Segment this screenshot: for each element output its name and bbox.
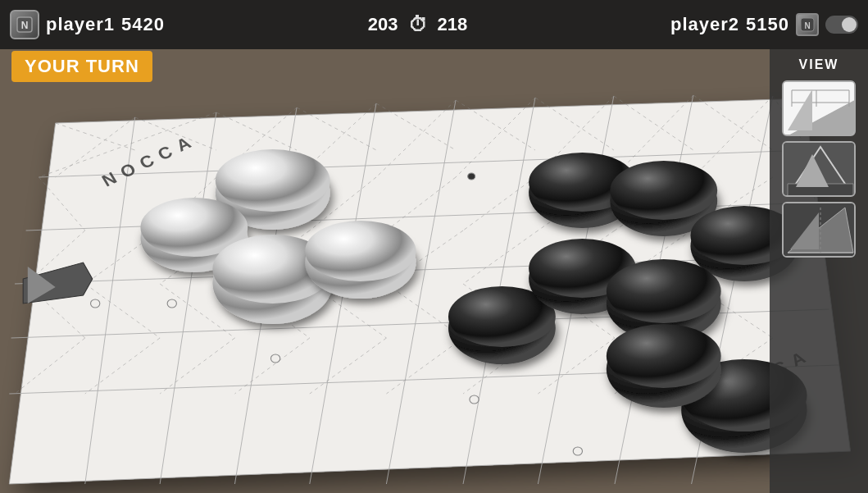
- your-turn-badge: YOUR TURN: [11, 51, 152, 82]
- svg-line-51: [692, 177, 773, 231]
- svg-point-89: [692, 202, 699, 208]
- svg-line-52: [26, 231, 85, 284]
- svg-line-57: [386, 231, 463, 284]
- svg-point-99: [607, 259, 721, 323]
- svg-point-88: [468, 173, 475, 180]
- move-count: 203: [368, 14, 398, 35]
- view-button-3[interactable]: [782, 202, 856, 258]
- svg-line-66: [234, 284, 309, 338]
- svg-line-31: [693, 95, 773, 150]
- player1-score: 5420: [121, 14, 165, 35]
- white-piece-4[interactable]: [305, 226, 416, 299]
- svg-line-17: [386, 100, 456, 484]
- board-diagonals: [15, 95, 822, 394]
- timer-value: 218: [438, 14, 468, 35]
- svg-line-68: [386, 284, 463, 338]
- center-info: 203 ⏱ 218: [368, 13, 467, 36]
- svg-line-37: [376, 100, 456, 177]
- svg-line-72: [692, 284, 773, 338]
- player2-section: player2 5150 N: [670, 13, 858, 36]
- black-piece-4[interactable]: [448, 292, 556, 364]
- player1-name-score: player1: [46, 14, 115, 35]
- board-surface: [9, 98, 850, 484]
- svg-line-65: [160, 284, 234, 338]
- svg-point-97: [448, 286, 556, 347]
- black-piece-5[interactable]: [529, 244, 636, 314]
- svg-line-24: [135, 117, 216, 150]
- svg-line-36: [297, 103, 376, 177]
- board-grid-v: [9, 95, 850, 484]
- nocca-left-label: NOCCA: [98, 130, 201, 190]
- svg-line-74: [85, 338, 160, 394]
- player2-icon: N: [796, 13, 819, 36]
- svg-line-50: [615, 177, 693, 231]
- svg-line-39: [535, 96, 614, 177]
- svg-line-30: [614, 96, 693, 150]
- svg-line-75: [160, 338, 234, 394]
- board-dots: [91, 173, 699, 455]
- player1-section: N player1 5420: [10, 10, 165, 39]
- toggle-switch[interactable]: [825, 16, 858, 34]
- svg-line-58: [463, 231, 538, 284]
- svg-line-45: [234, 177, 297, 231]
- svg-line-29: [535, 98, 614, 150]
- svg-point-98: [529, 239, 636, 298]
- svg-line-82: [692, 338, 773, 394]
- svg-line-28: [456, 100, 535, 150]
- header-bar: N player1 5420 203 ⏱ 218 player2 5150 N: [0, 0, 868, 49]
- svg-line-25: [216, 112, 297, 150]
- white-piece-2[interactable]: [140, 203, 248, 272]
- svg-line-14: [160, 112, 216, 484]
- svg-line-81: [615, 338, 692, 394]
- svg-line-56: [310, 231, 387, 284]
- view-panel: VIEW: [770, 49, 868, 493]
- svg-point-92: [212, 235, 333, 304]
- svg-line-11: [9, 451, 850, 484]
- svg-line-76: [234, 338, 309, 394]
- player2-score: 5150: [746, 14, 789, 35]
- svg-line-20: [615, 95, 693, 484]
- svg-line-48: [463, 177, 535, 231]
- black-piece-6[interactable]: [607, 266, 721, 341]
- player1-icon: N: [10, 10, 39, 39]
- view-button-2[interactable]: [782, 141, 856, 197]
- svg-marker-102: [28, 267, 56, 304]
- svg-line-47: [386, 177, 456, 231]
- svg-rect-4: [0, 49, 868, 493]
- svg-line-80: [538, 338, 615, 394]
- svg-marker-113: [788, 184, 853, 196]
- svg-line-53: [85, 231, 160, 284]
- svg-point-87: [573, 447, 582, 455]
- svg-line-59: [538, 231, 615, 284]
- svg-line-46: [310, 177, 376, 231]
- svg-point-90: [216, 149, 330, 212]
- svg-line-10: [9, 365, 838, 394]
- svg-line-67: [310, 284, 387, 338]
- black-piece-2[interactable]: [610, 166, 717, 236]
- svg-line-13: [85, 117, 135, 484]
- svg-line-9: [11, 309, 829, 338]
- svg-line-34: [39, 112, 216, 177]
- svg-line-55: [234, 231, 309, 284]
- view-button-1[interactable]: [782, 80, 856, 136]
- svg-line-77: [310, 338, 387, 394]
- board-grid-h: [9, 98, 850, 484]
- svg-line-15: [234, 107, 297, 484]
- white-piece-3[interactable]: [212, 242, 333, 324]
- game-board[interactable]: NOCCA NOCCA: [0, 49, 868, 493]
- svg-line-71: [615, 284, 692, 338]
- svg-point-83: [91, 299, 100, 308]
- svg-line-44: [160, 177, 216, 231]
- flag-piece[interactable]: [23, 262, 93, 304]
- svg-line-5: [56, 98, 805, 123]
- svg-line-60: [615, 231, 692, 284]
- svg-line-63: [26, 284, 85, 338]
- black-piece-8[interactable]: [607, 331, 721, 408]
- black-piece-1[interactable]: [529, 157, 636, 228]
- view-label: VIEW: [799, 57, 839, 72]
- white-piece-1[interactable]: [216, 156, 330, 230]
- svg-point-84: [167, 299, 176, 308]
- svg-point-101: [607, 324, 721, 388]
- svg-line-18: [463, 98, 535, 484]
- svg-line-69: [463, 284, 538, 338]
